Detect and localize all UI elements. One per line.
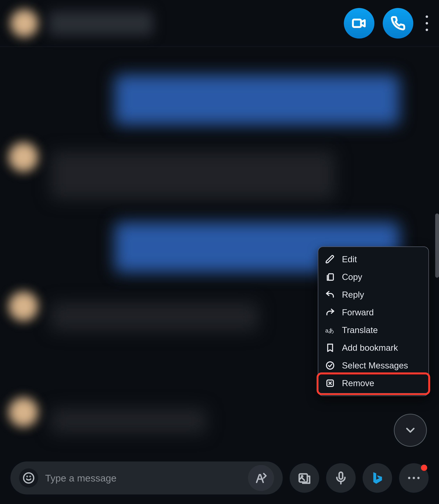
contact-name-blurred[interactable]: [49, 11, 153, 35]
smiley-icon: [23, 472, 35, 484]
emoji-button[interactable]: [19, 469, 38, 488]
message-compose-field[interactable]: Type a message: [11, 461, 283, 494]
message-avatar[interactable]: [9, 142, 38, 172]
copy-icon: [325, 272, 335, 282]
menu-item-copy[interactable]: Copy: [318, 268, 428, 286]
menu-item-translate[interactable]: aあTranslate: [318, 321, 428, 339]
edit-icon: [325, 254, 335, 264]
svg-point-9: [302, 476, 303, 477]
media-icon: [297, 471, 311, 485]
scrollbar-thumb[interactable]: [435, 213, 439, 278]
select-messages-icon: [325, 361, 335, 370]
video-icon: [352, 16, 366, 31]
menu-item-remove[interactable]: Remove: [318, 374, 428, 392]
conversation-header: [0, 0, 439, 47]
scroll-to-bottom-button[interactable]: [394, 414, 427, 447]
svg-point-12: [413, 477, 415, 479]
svg-point-11: [408, 477, 410, 479]
translate-icon: aあ: [325, 325, 335, 335]
svg-point-7: [30, 476, 30, 477]
menu-item-edit[interactable]: Edit: [318, 250, 428, 268]
menu-item-label: Reply: [342, 290, 364, 300]
video-call-button[interactable]: [344, 8, 374, 38]
composer-bar: Type a message: [0, 452, 439, 504]
menu-item-forward[interactable]: Forward: [318, 304, 428, 321]
menu-item-label: Copy: [342, 272, 362, 282]
message-received-blurred[interactable]: [50, 408, 207, 434]
menu-item-label: Forward: [342, 307, 374, 317]
forward-icon: [325, 307, 335, 317]
svg-point-13: [417, 477, 420, 479]
menu-item-select-messages[interactable]: Select Messages: [318, 357, 428, 374]
footer-more-button[interactable]: [399, 463, 428, 493]
header-actions: [344, 8, 432, 38]
notification-dot: [421, 465, 427, 471]
chevron-down-icon: [403, 423, 417, 437]
menu-item-label: Translate: [342, 325, 378, 335]
add-media-button[interactable]: [290, 463, 319, 493]
menu-item-label: Edit: [342, 254, 357, 264]
bookmark-icon: [325, 343, 335, 353]
svg-rect-1: [329, 274, 333, 280]
more-horizontal-icon: [407, 476, 421, 480]
voice-message-button[interactable]: [326, 463, 356, 493]
menu-item-label: Add bookmark: [342, 343, 398, 353]
microphone-icon: [334, 471, 348, 485]
svg-point-6: [27, 476, 27, 477]
menu-item-add-bookmark[interactable]: Add bookmark: [318, 339, 428, 357]
message-context-menu: EditCopyReplyForwardaあTranslateAdd bookm…: [318, 246, 429, 396]
bing-button[interactable]: [363, 463, 392, 493]
message-avatar[interactable]: [9, 292, 38, 321]
format-button[interactable]: [248, 465, 274, 491]
svg-text:aあ: aあ: [325, 327, 334, 334]
message-avatar[interactable]: [9, 398, 38, 427]
menu-item-label: Remove: [342, 378, 374, 388]
compose-placeholder: Type a message: [45, 472, 241, 484]
header-more-button[interactable]: [422, 9, 432, 37]
format-text-icon: [254, 471, 268, 485]
bing-icon: [370, 471, 384, 485]
message-received-blurred[interactable]: [50, 302, 259, 331]
message-received-blurred[interactable]: [50, 151, 335, 199]
menu-item-reply[interactable]: Reply: [318, 286, 428, 304]
audio-call-button[interactable]: [383, 8, 413, 38]
svg-rect-10: [339, 472, 343, 479]
remove-icon: [325, 378, 335, 388]
reply-icon: [325, 290, 335, 300]
contact-avatar[interactable]: [11, 9, 38, 37]
phone-icon: [390, 16, 405, 31]
message-sent-blurred[interactable]: [115, 75, 399, 125]
menu-item-label: Select Messages: [342, 361, 408, 371]
svg-point-5: [24, 473, 34, 483]
svg-rect-0: [353, 20, 361, 27]
